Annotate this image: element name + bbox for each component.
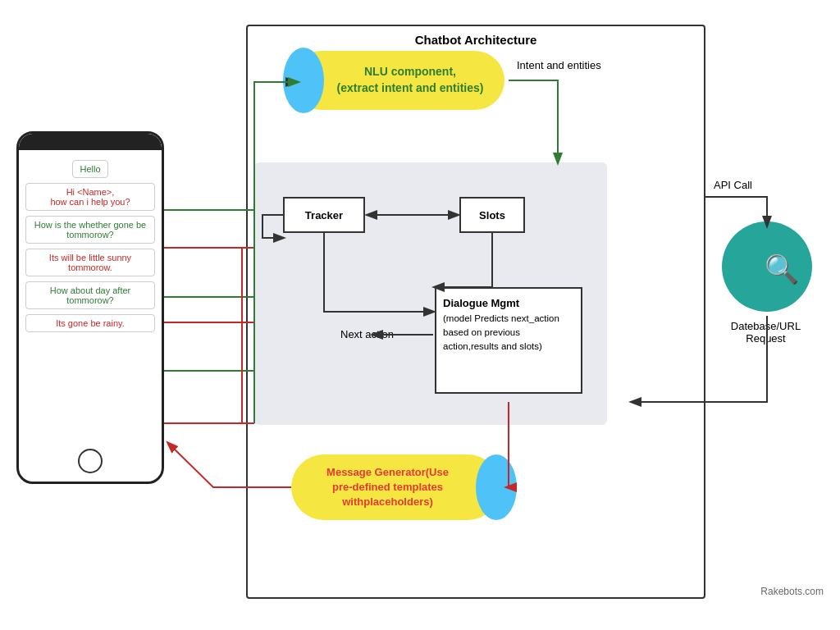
dialogue-mgmt-box: Dialogue Mgmt (model Predicts next_actio…: [435, 287, 582, 394]
msg-gen-label: Message Generator(Usepre-defined templat…: [326, 465, 465, 510]
watermark: Rakebots.com: [760, 586, 824, 597]
phone-screen: Hello Hi <Name>,how can i help you? How …: [19, 153, 162, 339]
tracker-box: Tracker: [283, 197, 365, 233]
chat-bubble-5: Its gone be rainy.: [25, 314, 155, 332]
database-label: Datebase/URL Request: [719, 320, 813, 345]
phone-top-bar: [19, 134, 162, 150]
chat-bubble-0: Hello: [72, 160, 107, 178]
canvas: Chatbot Architecture NLU component,(extr…: [0, 0, 840, 630]
msg-gen-pill: Message Generator(Usepre-defined templat…: [291, 454, 500, 520]
arch-title: Chatbot Architecture: [415, 33, 537, 47]
slots-box: Slots: [459, 197, 525, 233]
phone-home-button: [78, 449, 103, 473]
msg-gen-ellipse: [476, 454, 517, 520]
chat-bubble-4: How about day after tommorow?: [25, 281, 155, 309]
next-action-label: Next action: [340, 328, 394, 340]
search-icon: 🔍: [765, 253, 799, 285]
chat-bubble-1: Hi <Name>,how can i help you?: [25, 183, 155, 211]
intent-label: Intent and entities: [517, 59, 601, 71]
nlu-ellipse: [283, 48, 324, 113]
database-circle: 🔍: [722, 221, 812, 312]
chat-bubble-3: Its will be little sunny tommorow.: [25, 249, 155, 276]
api-call-label: API Call: [714, 179, 752, 191]
nlu-label: NLU component,(extract intent and entiti…: [313, 64, 484, 96]
chat-bubble-2: How is the whether gone be tommorow?: [25, 216, 155, 244]
phone-device: Hello Hi <Name>,how can i help you? How …: [16, 131, 164, 484]
